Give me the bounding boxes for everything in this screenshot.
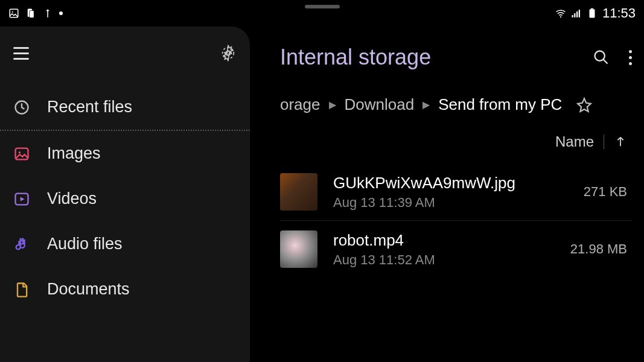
wifi-icon bbox=[555, 8, 566, 19]
chevron-right-icon: ▶ bbox=[422, 99, 430, 110]
tesla-notif-icon bbox=[42, 8, 53, 19]
breadcrumb-part[interactable]: orage bbox=[280, 95, 320, 114]
more-notif-dot bbox=[59, 11, 63, 15]
status-time: 11:53 bbox=[602, 5, 636, 21]
search-button[interactable] bbox=[593, 49, 610, 66]
svg-rect-10 bbox=[591, 8, 594, 10]
chevron-right-icon: ▶ bbox=[329, 99, 336, 110]
clock-icon bbox=[13, 99, 30, 116]
video-icon bbox=[13, 191, 30, 208]
svg-rect-7 bbox=[576, 11, 578, 17]
device-notif-icon bbox=[25, 8, 36, 19]
svg-rect-6 bbox=[574, 13, 575, 17]
settings-button[interactable] bbox=[220, 45, 237, 62]
image-notif-icon bbox=[8, 8, 19, 19]
sort-button[interactable]: Name bbox=[555, 133, 594, 150]
sidebar-item-documents[interactable]: Documents bbox=[0, 267, 250, 312]
sidebar-item-audio[interactable]: Audio files bbox=[0, 221, 250, 267]
file-thumbnail bbox=[280, 230, 317, 268]
file-row[interactable]: robot.mp4 Aug 13 11:52 AM 21.98 MB bbox=[280, 221, 632, 278]
svg-rect-9 bbox=[589, 9, 595, 17]
sidebar-item-label: Recent files bbox=[47, 98, 132, 116]
status-left bbox=[8, 8, 63, 19]
menu-button[interactable] bbox=[13, 47, 29, 60]
svg-point-17 bbox=[595, 51, 605, 61]
file-size: 21.98 MB bbox=[570, 241, 632, 257]
sidebar-item-videos[interactable]: Videos bbox=[0, 176, 250, 221]
favorite-button[interactable] bbox=[576, 97, 592, 113]
signal-icon bbox=[571, 8, 582, 19]
file-name: GUkKPwiXwAA9mwW.jpg bbox=[333, 174, 568, 192]
breadcrumb-part[interactable]: Download bbox=[345, 95, 415, 114]
sidebar-item-recent[interactable]: Recent files bbox=[0, 84, 250, 130]
svg-rect-3 bbox=[30, 11, 34, 18]
divider bbox=[604, 135, 604, 149]
svg-point-4 bbox=[560, 16, 561, 17]
status-bar: 11:53 bbox=[0, 0, 644, 27]
sidebar-item-label: Documents bbox=[47, 280, 130, 299]
svg-point-1 bbox=[12, 11, 13, 13]
sidebar-item-label: Videos bbox=[47, 189, 97, 208]
sidebar-item-label: Images bbox=[47, 144, 101, 163]
battery-icon bbox=[587, 8, 598, 19]
sidebar: Recent files Images Videos Audio files D… bbox=[0, 27, 250, 362]
svg-rect-8 bbox=[579, 10, 580, 17]
sort-direction-button[interactable] bbox=[614, 135, 627, 148]
svg-point-15 bbox=[19, 151, 21, 153]
file-date: Aug 13 11:52 AM bbox=[333, 252, 555, 268]
status-right: 11:53 bbox=[555, 5, 636, 21]
file-thumbnail bbox=[280, 173, 317, 211]
document-icon bbox=[13, 281, 30, 298]
page-title: Internal storage bbox=[280, 45, 431, 70]
file-size: 271 KB bbox=[584, 184, 632, 200]
svg-rect-5 bbox=[572, 15, 573, 17]
file-name: robot.mp4 bbox=[333, 231, 555, 250]
audio-icon bbox=[13, 236, 30, 253]
file-row[interactable]: GUkKPwiXwAA9mwW.jpg Aug 13 11:39 AM 271 … bbox=[280, 164, 632, 221]
breadcrumb: orage ▶ Download ▶ Send from my PC bbox=[280, 95, 632, 114]
sidebar-item-images[interactable]: Images bbox=[0, 131, 250, 176]
content-area: Internal storage orage ▶ Download ▶ Send… bbox=[250, 27, 644, 362]
file-date: Aug 13 11:39 AM bbox=[333, 195, 568, 211]
more-button[interactable] bbox=[629, 50, 632, 65]
notch-handle bbox=[305, 5, 340, 8]
sort-icon[interactable] bbox=[532, 135, 546, 148]
image-icon bbox=[13, 145, 30, 162]
sort-bar: Name bbox=[280, 133, 632, 150]
breadcrumb-current: Send from my PC bbox=[438, 95, 562, 114]
sidebar-item-label: Audio files bbox=[47, 235, 123, 253]
